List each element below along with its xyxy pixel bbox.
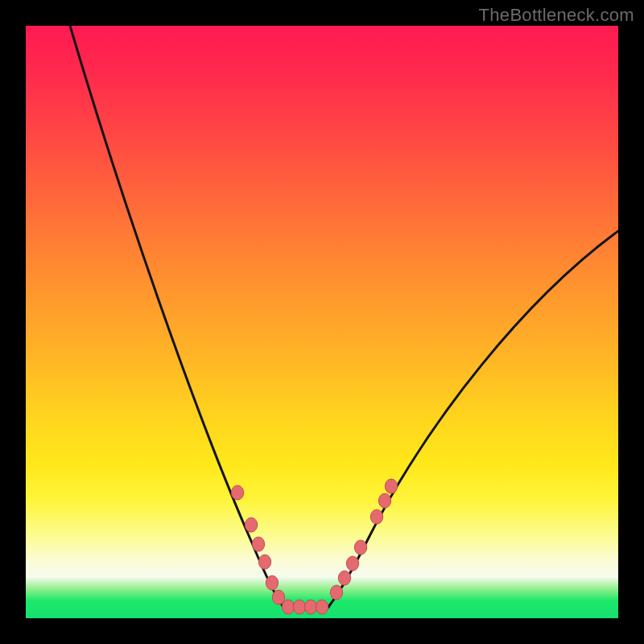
data-marker (330, 585, 342, 600)
data-marker (272, 590, 284, 605)
chart-frame: TheBottleneck.com (0, 0, 644, 644)
data-marker (293, 600, 305, 614)
curve-group (70, 26, 618, 607)
watermark-text: TheBottleneck.com (479, 5, 634, 26)
data-marker (245, 518, 257, 532)
data-marker (231, 485, 243, 500)
data-marker (378, 493, 390, 508)
data-marker (252, 537, 264, 551)
gradient-plot-area (26, 26, 618, 618)
curve-right-limb (328, 231, 618, 607)
bottleneck-curve (26, 26, 618, 618)
data-marker (385, 479, 397, 493)
data-marker (346, 556, 358, 571)
data-marker (258, 555, 270, 569)
data-marker (338, 571, 350, 585)
data-marker (370, 510, 382, 524)
data-marker (282, 600, 294, 614)
data-marker (266, 576, 278, 590)
data-marker (304, 600, 316, 614)
data-marker (316, 600, 328, 614)
data-markers (231, 479, 397, 614)
data-marker (354, 540, 366, 555)
